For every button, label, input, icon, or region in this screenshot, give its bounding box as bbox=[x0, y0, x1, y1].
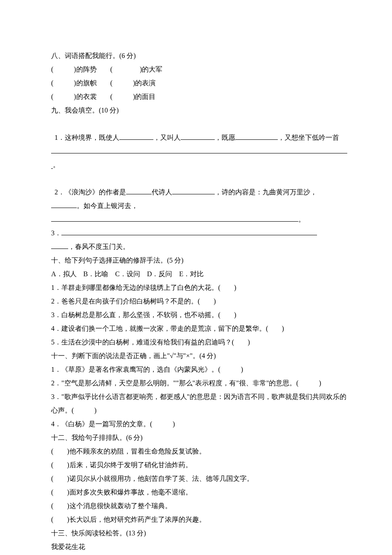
text: 。 bbox=[298, 216, 305, 223]
q10-item[interactable]: 3．白杨树总是那么直，那么坚强，不软弱，也不动摇。( ) bbox=[51, 308, 347, 322]
text: 。如今直上银河去， bbox=[77, 202, 138, 209]
blank-input[interactable] bbox=[119, 139, 153, 140]
blank-input[interactable] bbox=[181, 139, 215, 140]
q13-title: 十三、快乐阅读轻松答。(13 分) bbox=[51, 526, 347, 540]
q9-title: 九、我会填空。(10 分) bbox=[51, 104, 347, 117]
q10-title: 十、给下列句子选择正确的修辞手法。(5 分) bbox=[51, 254, 347, 267]
q8-cell[interactable]: ( )的表演 bbox=[110, 79, 156, 87]
q11-item[interactable]: 4．《白杨》是一篇写景的文章。( ) bbox=[51, 417, 347, 431]
text: 1．这种境界，既使人 bbox=[55, 134, 119, 141]
text: 2．《浪淘沙》的作者是 bbox=[55, 188, 126, 196]
q8-title: 八、词语搭配我能行。(6 分) bbox=[51, 49, 347, 63]
q10-item[interactable]: 4．建设者们换一个工地，就搬一次家，带走的是荒凉，留下的是繁华。( ) bbox=[51, 322, 347, 335]
q10-item[interactable]: 5．生活在沙漠中的白杨树，难道没有给我们有益的启迪吗？( ) bbox=[51, 335, 347, 349]
q12-item[interactable]: ( )后来，诺贝尔终于发明了硝化甘油炸药。 bbox=[51, 458, 347, 472]
q12-item[interactable]: ( )长大以后，他对研究炸药产生了浓厚的兴趣。 bbox=[51, 513, 347, 526]
q8-cell[interactable]: ( )的面目 bbox=[110, 93, 156, 100]
text: 代诗人 bbox=[152, 188, 172, 196]
text: 3． bbox=[51, 229, 61, 237]
q12-title: 十二、我给句子排排队。(6 分) bbox=[51, 431, 347, 445]
q11-title: 十一、判断下面的说法是否正确，画上"√"与"×"。(4 分) bbox=[51, 349, 347, 363]
q10-options: A．拟人 B．比喻 C．设问 D．反问 E．对比 bbox=[51, 267, 347, 281]
q12-item[interactable]: ( )这个消息很快就轰动了整个瑞典。 bbox=[51, 499, 347, 513]
q8-cell[interactable]: ( )的旗帜 bbox=[51, 79, 97, 87]
q9-item2-cont: 。如今直上银河去， bbox=[51, 199, 347, 213]
q8-cell[interactable]: ( )的衣裳 bbox=[51, 93, 97, 100]
blank-input[interactable] bbox=[126, 194, 152, 194]
q11-item[interactable]: 2．"空气是那么清鲜，天空是那么明朗。""那么"表示程度，有"很、非常"的意思。… bbox=[51, 376, 347, 390]
blank-input[interactable] bbox=[172, 194, 215, 194]
q9-item3-cont: ，春风不度玉门关。 bbox=[51, 240, 347, 254]
q11-item[interactable]: 3．"歌声似乎比什么语言都更响亮，都更感人"的意思是：因为语言不同，歌声就是我们… bbox=[51, 390, 347, 417]
q13-subtitle: 我爱花生花 bbox=[51, 540, 347, 554]
q8-row: ( )的衣裳 ( )的面目 bbox=[51, 90, 347, 104]
text: ，又想坐下低吟一首 bbox=[278, 134, 339, 141]
text: 。 bbox=[53, 161, 60, 168]
q8-cell[interactable]: ( )的阵势 bbox=[51, 66, 97, 73]
q9-item2-end: 。 bbox=[51, 213, 347, 226]
blank-input[interactable] bbox=[51, 221, 298, 222]
q8-row: ( )的阵势 ( )的大军 bbox=[51, 63, 347, 76]
q9-item3: 3． bbox=[51, 226, 347, 240]
q9-item1: 1．这种境界，既使人，又叫人，既愿，又想坐下低吟一首 bbox=[51, 117, 347, 145]
q8-cell[interactable]: ( )的大军 bbox=[110, 66, 163, 73]
blank-input[interactable] bbox=[61, 235, 317, 235]
q12-item[interactable]: ( )面对多次失败和爆炸事故，他毫不退缩。 bbox=[51, 486, 347, 499]
q9-item2: 2．《浪淘沙》的作者是代诗人，诗的内容是：九曲黄河万里沙， bbox=[51, 172, 347, 199]
q12-item[interactable]: ( )他不顾亲友的劝阻，冒着生命危险反复试验。 bbox=[51, 445, 347, 458]
text: ，诗的内容是：九曲黄河万里沙， bbox=[215, 188, 317, 196]
text: ，又叫人 bbox=[153, 134, 181, 141]
blank-input[interactable] bbox=[51, 208, 77, 208]
q10-item[interactable]: 1．羊群走到哪里都像给无边的绿毯绣上了白色的大花。( ) bbox=[51, 281, 347, 295]
q10-item[interactable]: 2．爸爸只是在向孩子们介绍白杨树吗？不是的。( ) bbox=[51, 295, 347, 308]
q9-item1-end: 。 bbox=[51, 158, 347, 172]
blank-input[interactable] bbox=[51, 153, 347, 153]
q11-item[interactable]: 1．《草原》是著名作家袁鹰写的，选自《内蒙风光》。( ) bbox=[51, 363, 347, 376]
q12-item[interactable]: ( )诺贝尔从小就很用功，他刻苦自学了英、法、德等几国文字。 bbox=[51, 472, 347, 486]
q8-row: ( )的旗帜 ( )的表演 bbox=[51, 76, 347, 90]
text: ，春风不度玉门关。 bbox=[68, 243, 130, 250]
q9-item1-cont bbox=[51, 145, 347, 158]
blank-input[interactable] bbox=[235, 139, 278, 140]
blank-input[interactable] bbox=[51, 249, 68, 249]
text: ，既愿 bbox=[215, 134, 235, 141]
